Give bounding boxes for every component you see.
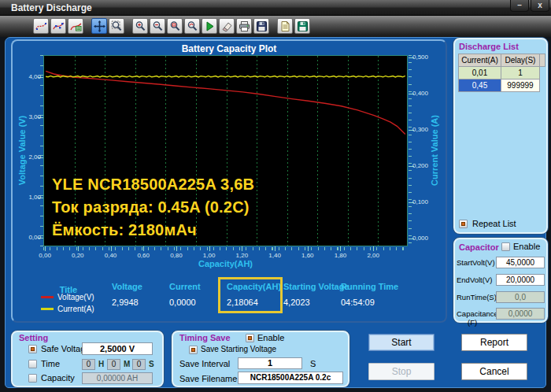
erase-icon[interactable] — [219, 18, 235, 34]
setting-title: Setting — [19, 333, 48, 342]
right-axis-minor-ticks — [409, 55, 412, 246]
capacitor-field-input: 0,0 — [496, 291, 545, 303]
close-button[interactable]: x — [531, 0, 549, 12]
capacitor-field-input[interactable]: 45,0000 — [496, 257, 545, 268]
legend-swatch — [41, 296, 54, 298]
time-seconds-input[interactable]: 0 — [132, 359, 146, 370]
capacity-label: Capacity — [41, 373, 75, 383]
discharge-list-title: Discharge List — [459, 42, 519, 51]
export-doc-icon[interactable] — [277, 18, 293, 34]
x-axis-minor-ticks — [43, 247, 408, 250]
capacitor-title: Capacitor — [459, 242, 499, 252]
save-data-icon[interactable] — [294, 18, 310, 34]
save-starting-voltage-checkbox[interactable] — [189, 346, 198, 354]
annotation-line: Ток разряда: 0.45A (0.2C) — [52, 198, 250, 216]
capacitor-field-input[interactable]: 20,0000 — [496, 274, 545, 286]
save-icon[interactable] — [253, 18, 269, 34]
left-axis-minor-ticks — [40, 55, 43, 246]
time-checkbox[interactable] — [28, 360, 37, 368]
discharge-table-row[interactable]: 0,011 — [458, 67, 545, 80]
annotation-line: Ёмкость: 2180мАч — [52, 221, 197, 239]
capacitor-field-label: EndVolt(V) — [457, 276, 492, 284]
battery-capacity-plot[interactable]: YLE NCR18500A225A 3,6ВТок разряда: 0.45A… — [43, 55, 408, 246]
timing-save-enable-label: Enable — [257, 333, 284, 342]
discharge-list-table[interactable]: Current(A)Delay(S)0,0110,45999999 — [458, 54, 545, 92]
window-title: Battery Discharge — [11, 2, 92, 13]
plot-curves — [44, 56, 408, 246]
capacitor-field-label: Capacitance(F) — [457, 309, 498, 327]
x-axis-label: Capacity(AH) — [43, 259, 408, 268]
stat-current: Current0,0000 — [169, 282, 201, 291]
safe-voltage-checkbox[interactable] — [28, 345, 37, 353]
timing-save-enable-checkbox[interactable] — [246, 334, 254, 342]
capacitor-enable-label: Enable — [513, 242, 540, 251]
plot-redraw-icon[interactable] — [33, 18, 49, 34]
legend-item: Voltage(V) — [41, 291, 94, 303]
capacity-input[interactable]: 0,00000 AH — [82, 372, 153, 384]
stat-starting-voltage: Starting Voltage4,2023 — [283, 282, 349, 291]
save-interval-input[interactable]: 1 — [238, 357, 302, 369]
annotation-line: YLE NCR18500A225A 3,6В — [52, 176, 254, 194]
save-interval-unit: S — [310, 359, 316, 368]
plot-legend-icon[interactable] — [68, 18, 83, 34]
capacitor-enable-checkbox[interactable] — [501, 242, 510, 251]
minimize-button[interactable]: – — [510, 0, 529, 12]
zoom-in-icon[interactable] — [132, 18, 148, 34]
left-axis-label: Voltage Value (V) — [17, 116, 27, 185]
capacity-checkbox[interactable] — [28, 374, 37, 383]
save-interval-label: Save Interval — [179, 359, 230, 368]
report-button[interactable]: Report — [461, 334, 527, 351]
save-starting-voltage-label: Save Starting Voltage — [201, 345, 276, 353]
time-minutes-unit: M — [124, 360, 130, 368]
cancel-button[interactable]: Cancel — [461, 363, 527, 380]
stat-running-time: Running Time04:54:09 — [341, 282, 398, 291]
discharge-table-header: Current(A)Delay(S) — [458, 54, 545, 67]
stat-voltage: Voltage2,9948 — [112, 282, 142, 291]
zoom-out-icon[interactable] — [150, 18, 165, 34]
save-filename-input[interactable]: NCR18500A225A 0.2c — [238, 372, 343, 384]
time-seconds-unit: S — [149, 360, 154, 368]
start-button[interactable]: Start — [368, 334, 435, 351]
zoom-data-icon[interactable] — [184, 18, 200, 34]
legend-swatch — [41, 308, 54, 310]
time-hours-unit: H — [98, 360, 104, 368]
capacity-highlight-box — [218, 277, 283, 313]
zoom-window-icon[interactable] — [167, 18, 183, 34]
repeat-list-checkbox[interactable] — [459, 220, 468, 228]
plot-title: Battery Capacity Plot — [11, 43, 447, 54]
capacitor-field-input: 0,0000 — [496, 308, 545, 320]
timing-save-title: Timing Save — [179, 333, 231, 342]
time-minutes-input[interactable]: 0 — [107, 359, 120, 370]
print-icon[interactable] — [236, 18, 252, 34]
zoom-select-icon[interactable] — [109, 18, 124, 34]
stop-button[interactable]: Stop — [368, 363, 435, 380]
right-axis-label: Current Value (A) — [430, 115, 439, 186]
capacitor-field-label: StartVolt(V) — [457, 258, 495, 267]
toolbar — [0, 16, 551, 37]
run-icon[interactable] — [202, 18, 217, 34]
plot-legend: Voltage(V)Current(A) — [41, 291, 94, 315]
pan-crosshair-icon[interactable] — [91, 18, 107, 34]
discharge-table-row[interactable]: 0,45999999 — [458, 80, 545, 92]
safe-voltage-input[interactable]: 2,5000 V — [82, 342, 153, 355]
save-filename-label: Save Filename — [179, 374, 237, 383]
battery-discharge-window: Battery Discharge – x Battery Capacity P… — [0, 0, 551, 392]
repeat-list-label: Repeat List — [472, 219, 516, 228]
capacitor-field-label: RunTime(S) — [457, 293, 497, 301]
legend-label: Current(A) — [57, 305, 94, 313]
legend-item: Current(A) — [41, 303, 94, 315]
time-label: Time — [41, 359, 60, 368]
title-bar: Battery Discharge – x — [0, 0, 551, 16]
plot-points-icon[interactable] — [50, 18, 66, 34]
legend-label: Voltage(V) — [57, 293, 94, 301]
time-hours-input[interactable]: 0 — [82, 359, 95, 370]
